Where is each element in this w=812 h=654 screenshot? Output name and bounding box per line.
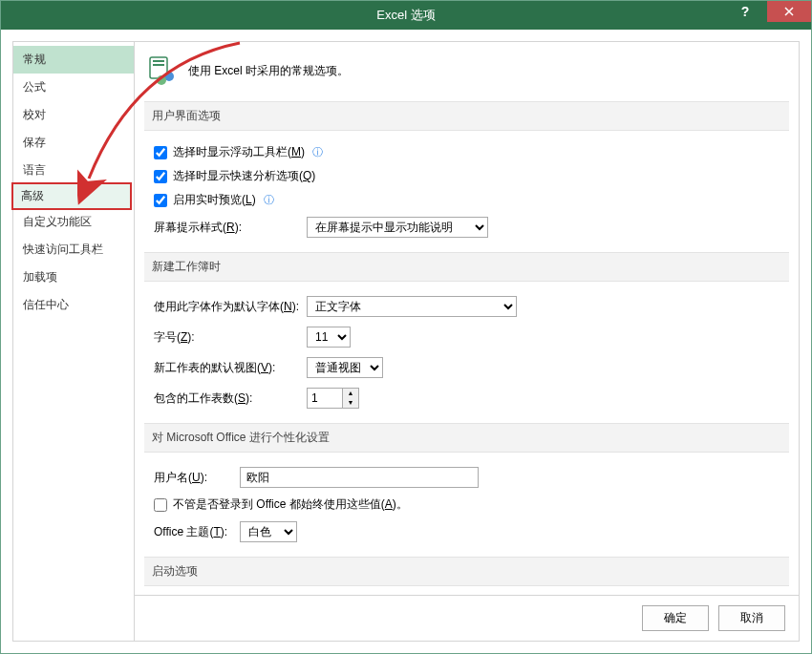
cancel-button[interactable]: 取消 xyxy=(718,605,785,631)
spin-down[interactable]: ▼ xyxy=(343,398,358,408)
cb-quick-analysis-row: 选择时显示快速分析选项(Q) xyxy=(154,164,780,188)
cb-always-row: 不管是否登录到 Office 都始终使用这些值(A)。 xyxy=(154,493,780,517)
cb-live-preview-label: 启用实时预览(L) xyxy=(173,192,256,208)
screentip-row: 屏幕提示样式(R): 在屏幕提示中显示功能说明 xyxy=(154,212,780,243)
dialog-footer: 确定 取消 xyxy=(135,595,799,641)
username-label: 用户名(U): xyxy=(154,470,240,486)
font-label: 使用此字体作为默认字体(N): xyxy=(154,299,307,315)
cb-always-label: 不管是否登录到 Office 都始终使用这些值(A)。 xyxy=(173,496,408,513)
window-controls: ? xyxy=(723,1,811,30)
font-row: 使用此字体作为默认字体(N): 正文字体 xyxy=(154,291,780,322)
close-icon xyxy=(784,7,794,16)
sidebar-item-language[interactable]: 语言 xyxy=(13,157,134,184)
sheets-input[interactable] xyxy=(308,389,342,408)
options-dialog: Excel 选项 ? 常规 公式 校对 保存 语言 高级 自定义功能区 快速访问… xyxy=(0,0,812,654)
sidebar-item-quick-access[interactable]: 快速访问工具栏 xyxy=(13,236,134,264)
dialog-body: 常规 公式 校对 保存 语言 高级 自定义功能区 快速访问工具栏 加载项 信任中… xyxy=(1,30,811,653)
cb-quick-analysis-label: 选择时显示快速分析选项(Q) xyxy=(173,168,315,184)
info-icon[interactable]: ⓘ xyxy=(312,145,323,159)
sidebar-item-advanced[interactable]: 高级 xyxy=(11,182,132,210)
view-select[interactable]: 普通视图 xyxy=(307,357,383,378)
screentip-select[interactable]: 在屏幕提示中显示功能说明 xyxy=(307,217,488,238)
cb-mini-toolbar[interactable] xyxy=(154,146,167,159)
sheets-label: 包含的工作表数(S): xyxy=(154,390,307,407)
info-icon[interactable]: ⓘ xyxy=(264,193,274,207)
svg-rect-2 xyxy=(153,64,164,66)
section-ui: 选择时显示浮动工具栏(M) ⓘ 选择时显示快速分析选项(Q) 启用实时预览(L)… xyxy=(144,140,789,248)
close-button[interactable] xyxy=(767,1,811,22)
section-workbook: 使用此字体作为默认字体(N): 正文字体 字号(Z): 11 新工作表的默认视图… xyxy=(144,291,789,419)
svg-rect-1 xyxy=(153,60,164,62)
cb-mini-toolbar-row: 选择时显示浮动工具栏(M) ⓘ xyxy=(154,140,780,164)
ok-button[interactable]: 确定 xyxy=(642,605,709,631)
cb-live-preview-row: 启用实时预览(L) ⓘ xyxy=(154,188,780,212)
size-label: 字号(Z): xyxy=(154,329,307,346)
screentip-label: 屏幕提示样式(R): xyxy=(154,220,307,236)
sidebar-item-save[interactable]: 保存 xyxy=(13,129,134,157)
svg-point-4 xyxy=(157,75,166,85)
view-label: 新工作表的默认视图(V): xyxy=(154,360,307,376)
titlebar: Excel 选项 ? xyxy=(1,1,811,30)
section-workbook-header: 新建工作簿时 xyxy=(144,252,789,282)
window-title: Excel 选项 xyxy=(1,7,811,24)
theme-row: Office 主题(T): 白色 xyxy=(154,517,780,547)
sidebar-item-trust-center[interactable]: 信任中心 xyxy=(13,291,134,319)
spin-up[interactable]: ▲ xyxy=(343,389,358,398)
sheets-spinner[interactable]: ▲ ▼ xyxy=(307,388,359,409)
sidebar-item-general[interactable]: 常规 xyxy=(13,46,134,74)
username-input[interactable] xyxy=(240,467,479,488)
cb-always-use[interactable] xyxy=(154,498,167,512)
sidebar-item-addins[interactable]: 加载项 xyxy=(13,264,134,291)
content-scroll[interactable]: 使用 Excel 时采用的常规选项。 用户界面选项 选择时显示浮动工具栏(M) … xyxy=(135,42,799,595)
content-panel: 使用 Excel 时采用的常规选项。 用户界面选项 选择时显示浮动工具栏(M) … xyxy=(135,41,800,642)
options-icon xyxy=(148,55,179,86)
cb-mini-toolbar-label: 选择时显示浮动工具栏(M) xyxy=(173,144,305,160)
spin-buttons: ▲ ▼ xyxy=(342,389,358,408)
view-row: 新工作表的默认视图(V): 普通视图 xyxy=(154,352,780,383)
section-startup-header: 启动选项 xyxy=(144,557,789,586)
sheets-row: 包含的工作表数(S): ▲ ▼ xyxy=(154,383,780,413)
size-select[interactable]: 11 xyxy=(307,327,351,348)
username-row: 用户名(U): xyxy=(154,462,780,493)
section-personalize: 用户名(U): 不管是否登录到 Office 都始终使用这些值(A)。 Offi… xyxy=(144,462,789,553)
sidebar-item-customize-ribbon[interactable]: 自定义功能区 xyxy=(13,208,134,236)
theme-select[interactable]: 白色 xyxy=(240,521,297,542)
sidebar-item-proofing[interactable]: 校对 xyxy=(13,101,134,129)
intro-row: 使用 Excel 时采用的常规选项。 xyxy=(144,52,789,97)
cb-quick-analysis[interactable] xyxy=(154,170,167,183)
intro-text: 使用 Excel 时采用的常规选项。 xyxy=(188,63,349,79)
theme-label: Office 主题(T): xyxy=(154,524,240,540)
font-select[interactable]: 正文字体 xyxy=(307,296,517,317)
sidebar: 常规 公式 校对 保存 语言 高级 自定义功能区 快速访问工具栏 加载项 信任中… xyxy=(12,41,135,642)
size-row: 字号(Z): 11 xyxy=(154,322,780,352)
sidebar-item-formulas[interactable]: 公式 xyxy=(13,74,134,101)
section-ui-header: 用户界面选项 xyxy=(144,101,789,131)
help-button[interactable]: ? xyxy=(723,1,767,22)
section-personalize-header: 对 Microsoft Office 进行个性化设置 xyxy=(144,423,789,453)
cb-live-preview[interactable] xyxy=(154,194,167,207)
